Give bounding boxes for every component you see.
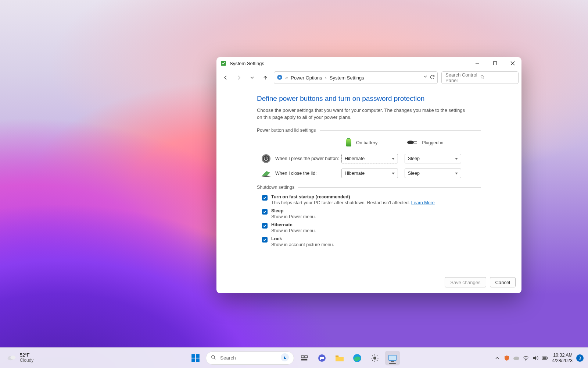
content-area: Define power buttons and turn on passwor… (216, 86, 521, 293)
svg-rect-30 (391, 361, 394, 362)
volume-icon[interactable] (532, 355, 539, 361)
svg-rect-16 (196, 354, 200, 358)
svg-rect-15 (191, 354, 195, 358)
up-button[interactable] (259, 71, 272, 84)
chat-button[interactable] (315, 351, 329, 365)
tray-overflow-icon[interactable] (494, 355, 501, 361)
sleep-desc: Show in Power menu. (271, 214, 316, 219)
control-panel-window: System Settings « Power Options › System… (216, 57, 521, 293)
clock[interactable]: 10:32 AM 4/28/2023 (552, 353, 573, 363)
address-dropdown-icon[interactable] (423, 74, 427, 81)
fast-startup-label: Turn on fast startup (recommended) (271, 194, 435, 199)
checkbox-fast-startup[interactable] (262, 195, 268, 201)
power-button-icon (261, 153, 272, 164)
start-button[interactable] (188, 351, 203, 365)
back-button[interactable] (219, 71, 232, 84)
weather-icon (7, 354, 16, 361)
close-button[interactable] (504, 57, 521, 70)
breadcrumb-item[interactable]: System Settings (329, 75, 365, 81)
recent-locations-button[interactable] (246, 71, 258, 84)
minimize-button[interactable] (469, 57, 486, 70)
titlebar[interactable]: System Settings (216, 57, 521, 70)
sleep-label: Sleep (271, 208, 316, 213)
notification-badge[interactable]: 3 (576, 354, 584, 362)
section-shutdown: Shutdown settings (257, 185, 481, 190)
svg-point-19 (212, 355, 215, 358)
power-button-label: When I press the power button: (275, 156, 341, 161)
save-changes-button[interactable]: Save changes (445, 277, 486, 287)
search-placeholder: Search Control Panel (445, 72, 480, 83)
forward-button[interactable] (233, 71, 245, 84)
onedrive-icon[interactable] (513, 355, 520, 361)
row-power-button: When I press the power button: Hibernate… (261, 153, 481, 164)
cancel-button[interactable]: Cancel (490, 277, 516, 287)
location-icon (276, 74, 283, 82)
search-icon (211, 354, 216, 362)
refresh-button[interactable] (430, 74, 435, 81)
option-lock: Lock Show in account picture menu. (262, 236, 481, 250)
toolbar: « Power Options › System Settings Search… (216, 70, 521, 86)
svg-rect-4 (279, 77, 281, 78)
security-icon[interactable] (503, 355, 510, 361)
search-input[interactable]: Search Control Panel (441, 71, 519, 84)
svg-rect-7 (346, 139, 351, 146)
column-headers: On battery Plugged in (345, 137, 481, 149)
svg-rect-22 (305, 355, 307, 358)
svg-rect-35 (548, 357, 548, 359)
checkbox-sleep[interactable] (262, 209, 268, 215)
time-label: 10:32 AM (552, 353, 573, 358)
column-plugged-in: Plugged in (407, 137, 443, 149)
page-description: Choose the power settings that you want … (257, 107, 470, 121)
file-explorer-button[interactable] (332, 351, 347, 365)
task-view-button[interactable] (297, 351, 312, 365)
hibernate-desc: Show in Power menu. (271, 228, 316, 233)
date-label: 4/28/2023 (552, 358, 573, 363)
svg-rect-10 (413, 143, 417, 144)
svg-point-32 (526, 360, 526, 361)
hibernate-label: Hibernate (271, 222, 316, 227)
weather-widget[interactable]: 52°F Cloudy (0, 353, 33, 363)
lock-desc: Show in account picture menu. (271, 242, 334, 247)
power-button-battery-dropdown[interactable]: Hibernate (341, 154, 398, 163)
svg-rect-25 (336, 355, 338, 357)
chevron-right-icon: › (325, 75, 327, 81)
svg-rect-18 (196, 358, 200, 362)
control-panel-taskbar-button[interactable] (385, 351, 400, 365)
svg-rect-17 (191, 358, 195, 362)
taskbar: 52°F Cloudy Search (0, 347, 588, 368)
power-button-plugged-dropdown[interactable]: Sleep (405, 154, 461, 163)
checkbox-lock[interactable] (262, 237, 268, 243)
desktop: System Settings « Power Options › System… (0, 0, 588, 368)
checkbox-hibernate[interactable] (262, 223, 268, 229)
settings-app-button[interactable] (368, 351, 382, 365)
page-title: Define power buttons and turn on passwor… (257, 95, 481, 103)
svg-point-31 (513, 357, 519, 360)
window-title: System Settings (230, 61, 264, 66)
svg-rect-9 (413, 141, 417, 142)
taskbar-search-placeholder: Search (220, 355, 277, 361)
address-bar[interactable]: « Power Options › System Settings (274, 71, 438, 84)
option-fast-startup: Turn on fast startup (recommended) This … (262, 194, 481, 208)
svg-point-8 (407, 141, 414, 144)
taskbar-search[interactable]: Search (206, 351, 294, 365)
lock-label: Lock (271, 236, 334, 241)
svg-point-27 (373, 357, 376, 360)
system-tray[interactable] (494, 355, 548, 361)
battery-tray-icon[interactable] (542, 355, 548, 361)
control-panel-icon (220, 60, 227, 67)
laptop-lid-icon (261, 168, 272, 179)
taskbar-center: Search (188, 351, 400, 365)
weather-condition: Cloudy (20, 358, 33, 363)
row-close-lid: When I close the lid: Hibernate Sleep (261, 168, 481, 179)
edge-button[interactable] (350, 351, 365, 365)
taskbar-right: 10:32 AM 4/28/2023 3 (494, 353, 588, 363)
svg-rect-2 (494, 62, 497, 65)
lid-battery-dropdown[interactable]: Hibernate (341, 169, 398, 178)
learn-more-link[interactable]: Learn More (411, 200, 435, 205)
bing-icon (280, 353, 289, 363)
weather-temp: 52°F (20, 353, 33, 358)
maximize-button[interactable] (486, 57, 504, 70)
breadcrumb-item[interactable]: Power Options (290, 75, 323, 81)
wifi-icon[interactable] (523, 355, 529, 361)
lid-plugged-dropdown[interactable]: Sleep (405, 169, 461, 178)
